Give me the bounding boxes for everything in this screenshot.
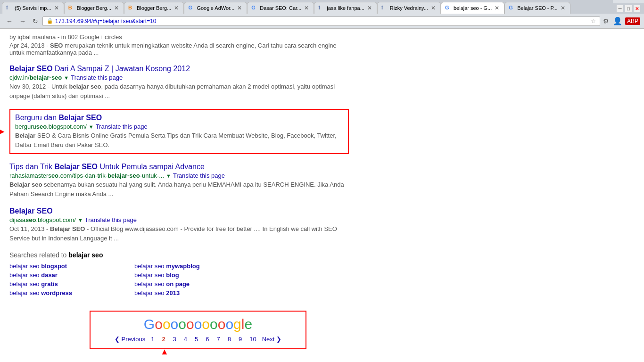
page-link-2[interactable]: 2 (160, 335, 167, 344)
page-link-3[interactable]: 3 (171, 335, 178, 344)
result-desc-3: Belajar SEO & Cara Bisnis Online Gratis … (15, 131, 343, 149)
red-up-arrow-icon: ▲ (160, 347, 169, 357)
related-searches: Searches related to belajar seo belajar … (9, 251, 349, 296)
maximize-button[interactable]: □ (625, 5, 632, 12)
related-link-2[interactable]: belajar seo mywapblog (134, 263, 245, 270)
browser-tab-9[interactable]: GBelajar SEO - P...✕ (504, 2, 570, 14)
browser-tab-2[interactable]: BBlogger Berg...✕ (64, 2, 124, 14)
result-title-5[interactable]: Belajar SEO (9, 207, 53, 215)
pagination-nav: ❮ Previous 1 2 3 4 5 6 7 8 9 10 Next ❯ (100, 335, 296, 344)
page-link-1[interactable]: 1 (149, 335, 156, 344)
result-desc-5: Oct 11, 2013 - Belajar SEO - Official Bl… (9, 224, 349, 243)
extension-icon[interactable]: ABP (625, 17, 640, 25)
page-link-9[interactable]: 9 (237, 335, 244, 344)
prev-page-link[interactable]: ❮ Previous (115, 336, 145, 343)
red-arrow-icon: ► (0, 125, 7, 138)
translate-link-5[interactable]: Translate this page (85, 216, 137, 223)
result-url-3: berguruseo.blogspot.com/ (15, 123, 87, 130)
translate-arrow-5: ▼ (78, 217, 83, 223)
address-bar[interactable]: 🔒 ☆ (42, 16, 600, 26)
reload-button[interactable]: ↻ (30, 16, 41, 26)
page-link-4[interactable]: 4 (182, 335, 189, 344)
star-icon[interactable]: ☆ (591, 18, 596, 25)
translate-link-4[interactable]: Translate this page (173, 172, 225, 179)
result-desc-2: Nov 30, 2012 - Untuk belajar seo, pada d… (9, 82, 349, 100)
settings-icon[interactable]: ⚙ (602, 16, 610, 26)
result-item-1: by iqbal maulana - in 802 Google+ circle… (9, 33, 349, 56)
browser-tab-8[interactable]: Gbelajar seo - G...✕ (441, 2, 504, 14)
related-grid: belajar seo blogspotbelajar seo mywapblo… (9, 263, 245, 296)
translate-arrow-3: ▼ (89, 124, 94, 130)
page-link-10[interactable]: 10 (248, 335, 258, 344)
related-link-4[interactable]: belajar seo blog (134, 272, 245, 279)
minimize-button[interactable]: ─ (617, 5, 623, 12)
forward-button[interactable]: → (17, 16, 28, 26)
related-link-8[interactable]: belajar seo 2013 (134, 289, 245, 296)
translate-arrow-2: ▼ (64, 75, 69, 81)
pagination-box: Goooooooooogle ❮ Previous 1 2 3 4 5 6 7 … (90, 311, 306, 349)
next-page-link[interactable]: Next ❯ (262, 336, 281, 343)
browser-tab-7[interactable]: fRizky Vedralny...✕ (377, 2, 441, 14)
related-title: Searches related to belajar seo (9, 251, 349, 259)
result-item-2: Belajar SEO Dari A Sampai Z | Jawatan Ko… (9, 65, 349, 100)
translate-link-3[interactable]: Translate this page (96, 123, 148, 130)
browser-tab-4[interactable]: GGoogle AdWor...✕ (184, 2, 247, 14)
result-item-5: Belajar SEO dijasaseo.blogspot.com/ ▼ Tr… (9, 207, 349, 243)
profile-icon[interactable]: 👤 (612, 16, 623, 26)
browser-tab-3[interactable]: BBlogger Berg...✕ (124, 2, 184, 14)
page-link-5[interactable]: 5 (193, 335, 200, 344)
result-item-4: Tips dan Trik Belajar SEO Untuk Pemula s… (9, 163, 349, 198)
result-title-2[interactable]: Belajar SEO Dari A Sampai Z | Jawatan Ko… (9, 65, 190, 73)
result-url-4: rahasiamasterseo.com/tips-dan-trik-belaj… (9, 172, 164, 179)
related-link-7[interactable]: belajar seo wordpress (9, 289, 120, 296)
result-desc-4: Belajar seo sebenarnya bukan sesuatu hal… (9, 180, 349, 198)
address-input[interactable] (55, 18, 589, 25)
browser-tab-5[interactable]: GDasar SEO: Car...✕ (247, 2, 314, 14)
google-pagination-logo: Goooooooooogle (100, 316, 296, 332)
page-link-8[interactable]: 8 (226, 335, 233, 344)
result-date-desc: Apr 24, 2013 - SEO merupakan teknik untu… (9, 42, 349, 56)
page-link-6[interactable]: 6 (204, 335, 211, 344)
translate-arrow-4: ▼ (166, 173, 171, 179)
related-link-5[interactable]: belajar seo gratis (9, 280, 120, 288)
related-link-3[interactable]: belajar seo dasar (9, 272, 120, 279)
related-link-6[interactable]: belajar seo on page (134, 280, 245, 288)
result-title-4[interactable]: Tips dan Trik Belajar SEO Untuk Pemula s… (9, 163, 205, 171)
highlighted-result-3: ► Berguru dan Belajar SEO berguruseo.blo… (9, 109, 349, 154)
result-url-2: cjdw.in/belajar-seo (9, 74, 62, 81)
lock-icon: 🔒 (47, 18, 53, 24)
result-title-3[interactable]: Berguru dan Belajar SEO (15, 114, 102, 122)
close-button[interactable]: ✕ (634, 5, 640, 12)
back-button[interactable]: ← (4, 16, 15, 26)
browser-tab-6[interactable]: fjasa like fanpa...✕ (314, 2, 377, 14)
result-byline: by iqbal maulana - in 802 Google+ circle… (9, 33, 349, 41)
result-url-5: dijasaseo.blogspot.com/ (9, 216, 76, 223)
browser-tab-1[interactable]: f(5) Servis Imp...✕ (2, 2, 64, 14)
translate-link-2[interactable]: Translate this page (71, 74, 123, 81)
related-link-1[interactable]: belajar seo blogspot (9, 263, 120, 270)
page-link-7[interactable]: 7 (215, 335, 222, 344)
